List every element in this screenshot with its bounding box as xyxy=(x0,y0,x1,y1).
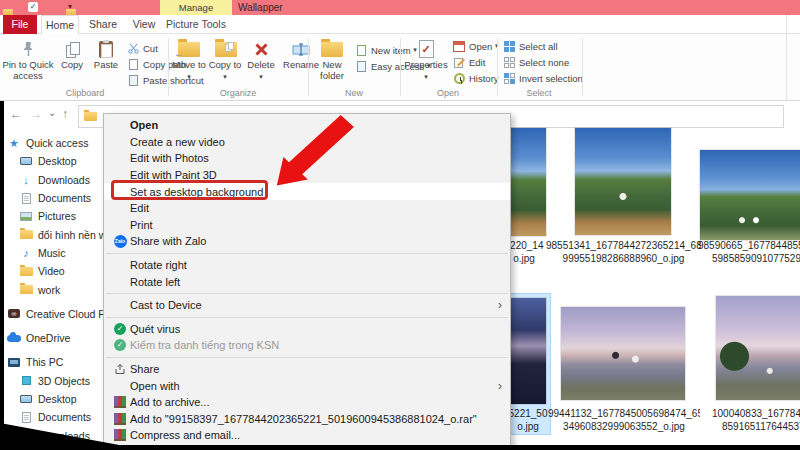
menu-item-print[interactable]: Print xyxy=(104,217,510,234)
tab-view[interactable]: View xyxy=(127,15,161,34)
file-name[interactable]: 100040833_16778451090859165117644537856_ xyxy=(712,407,800,433)
sidebar-item-3d-objects[interactable]: 3D Objects xyxy=(6,372,102,390)
edit-button[interactable]: Edit xyxy=(452,54,499,70)
properties-icon: ✓ xyxy=(419,38,434,60)
file-name[interactable]: 99441132_1677845005698474_65349608329990… xyxy=(548,407,700,433)
file-name[interactable]: 98590665_16778448556959858590910775296_ xyxy=(698,239,800,265)
sidebar-item-desktop[interactable]: Desktop xyxy=(6,152,102,170)
submenu-chevron-icon: › xyxy=(498,379,502,393)
photo-thumbnail[interactable] xyxy=(716,296,800,400)
quick-access-toolbar-caret-icon[interactable]: ▾ xyxy=(68,1,72,13)
menu-separator xyxy=(106,253,508,254)
history-button[interactable]: History xyxy=(452,70,499,86)
group-label-new: New xyxy=(310,88,398,98)
photo-thumbnail[interactable] xyxy=(575,128,671,235)
back-button[interactable]: ← xyxy=(10,107,22,121)
delete-x-icon xyxy=(254,38,269,60)
sidebar-item-onedrive[interactable]: OneDrive xyxy=(6,329,102,347)
document-icon xyxy=(18,412,34,423)
sidebar-item-quick-access[interactable]: ★Quick access xyxy=(6,134,102,152)
onedrive-cloud-icon xyxy=(6,335,22,342)
paste-shortcut-icon xyxy=(126,75,140,86)
sidebar-item-downloads[interactable]: ↓Downloads xyxy=(6,171,102,189)
tab-home[interactable]: Home xyxy=(41,15,79,35)
file-name[interactable]: 98551341_1677844272365214_68999551982868… xyxy=(546,239,701,265)
group-label-clipboard: Clipboard xyxy=(40,88,130,98)
submenu-chevron-icon: › xyxy=(498,298,502,312)
sidebar-item-video[interactable]: Video xyxy=(6,262,102,280)
tab-file[interactable]: File xyxy=(3,15,37,34)
menu-separator xyxy=(106,357,508,358)
menu-item-edit[interactable]: Edit xyxy=(104,200,510,217)
easy-access-icon xyxy=(354,61,368,72)
star-icon: ★ xyxy=(6,137,22,150)
cube-icon xyxy=(18,376,34,385)
antivirus-shield-icon: ✓ xyxy=(114,323,126,335)
antivirus-shield-icon: ✓ xyxy=(114,339,126,351)
group-label-select: Select xyxy=(495,88,583,98)
menu-separator xyxy=(106,293,508,294)
menu-item-rotate-right[interactable]: Rotate right xyxy=(104,257,510,274)
select-none-icon xyxy=(502,57,516,68)
ribbon-right-edge xyxy=(786,15,787,101)
sidebar-item-desktop-2[interactable]: Desktop xyxy=(6,390,102,408)
photo-thumbnail-selected[interactable] xyxy=(508,298,546,404)
up-button[interactable]: ↑ xyxy=(62,107,68,121)
sidebar-item-creative-cloud-files[interactable]: ∞Creative Cloud Files xyxy=(6,305,102,323)
menu-item-cast-to-device[interactable]: Cast to Device› xyxy=(104,297,510,314)
tab-share[interactable]: Share xyxy=(83,15,123,34)
dropdown-caret-icon: ▾ xyxy=(424,73,428,80)
tab-picture-tools[interactable]: Picture Tools xyxy=(163,15,229,34)
group-label-open: Open xyxy=(404,88,492,98)
invert-selection-button[interactable]: Invert selection xyxy=(502,70,583,86)
menu-item-kiem-tra-danh-tieng-trong-ksn[interactable]: ✓Kiểm tra danh tiếng trong KSN xyxy=(104,337,510,354)
folder-icon xyxy=(18,230,34,239)
photo-thumbnail[interactable] xyxy=(700,150,800,240)
forward-button[interactable]: → xyxy=(30,107,42,121)
edit-pencil-icon xyxy=(452,57,466,68)
quick-access-toolbar-properties-icon[interactable]: ✓ xyxy=(28,2,38,12)
menu-item-add-to-archive[interactable]: Add to archive... xyxy=(104,394,510,411)
annotation-highlight-box xyxy=(111,180,268,200)
photo-thumbnail[interactable] xyxy=(561,307,685,400)
winrar-icon xyxy=(114,396,126,408)
copy-to-folder-icon xyxy=(215,38,236,60)
menu-item-add-to-rar[interactable]: Add to "99158397_1677844202365221_501960… xyxy=(104,411,510,428)
dropdown-caret-icon: ▾ xyxy=(259,73,263,80)
open-app-icon xyxy=(452,41,466,52)
recent-locations-chevron[interactable]: ⌄ xyxy=(48,107,56,118)
sidebar-item-music[interactable]: ♪Music xyxy=(6,244,102,262)
menu-item-share-with-zalo[interactable]: ZaloShare with Zalo xyxy=(104,233,510,250)
select-all-button[interactable]: Select all xyxy=(502,38,583,54)
sidebar-item-pictures[interactable]: Pictures xyxy=(6,207,102,225)
menu-item-open-with[interactable]: Open with› xyxy=(104,377,510,394)
ribbon-tabs-row: File Home Share View Picture Tools xyxy=(0,15,800,34)
sidebar-item-documents[interactable]: Documents xyxy=(6,189,102,207)
manage-contextual-tab[interactable]: Manage xyxy=(160,0,232,15)
menu-item-quet-virus[interactable]: ✓Quét virus xyxy=(104,321,510,338)
menu-item-share[interactable]: Share xyxy=(104,361,510,378)
music-note-icon: ♪ xyxy=(18,247,34,259)
share-icon xyxy=(110,363,130,375)
dropdown-caret-icon: ▾ xyxy=(187,73,191,80)
scissors-icon xyxy=(126,43,140,54)
sidebar-item-work[interactable]: work xyxy=(6,280,102,298)
group-divider xyxy=(308,38,309,96)
clipboard-icon xyxy=(99,41,113,58)
menu-item-compress-and-email[interactable]: Compress and email... xyxy=(104,427,510,444)
zalo-icon: Zalo xyxy=(114,235,127,248)
select-all-icon xyxy=(502,41,516,52)
pc-icon xyxy=(6,358,22,367)
menu-item-rotate-left[interactable]: Rotate left xyxy=(104,273,510,290)
sidebar-item-this-pc[interactable]: This PC xyxy=(6,353,102,371)
move-to-folder-icon: ← xyxy=(178,38,200,60)
select-none-button[interactable]: Select none xyxy=(502,54,583,70)
creative-cloud-icon: ∞ xyxy=(6,309,22,318)
explorer-window: ✓ ▾ Manage Wallapper File Home Share Vie… xyxy=(0,0,800,450)
file-name-selected[interactable]: 5221_50o.jpg xyxy=(505,407,551,433)
open-button[interactable]: Open ▾ xyxy=(452,38,499,54)
sidebar-item-doi-hinh-nen-win[interactable]: đổi hình nền win xyxy=(6,225,102,243)
group-divider xyxy=(168,38,169,96)
new-item-icon xyxy=(354,45,368,56)
open-small-buttons: Open ▾ Edit History xyxy=(452,38,499,86)
